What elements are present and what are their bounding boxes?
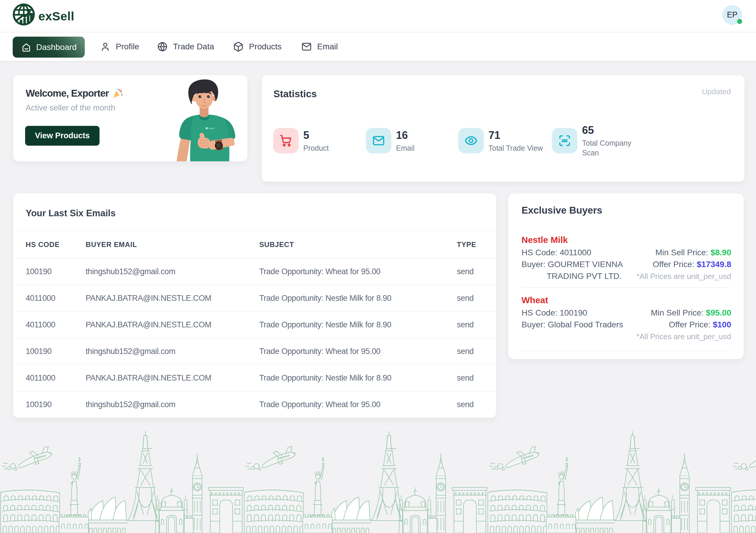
svg-text:exSell: exSell xyxy=(208,127,214,129)
